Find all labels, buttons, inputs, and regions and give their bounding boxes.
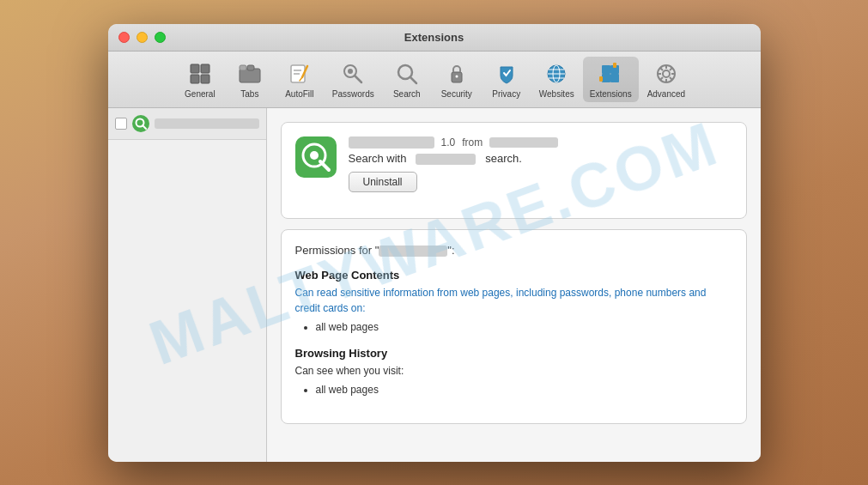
web-page-contents-item: all web pages: [316, 321, 732, 333]
sidebar-header: [108, 108, 266, 140]
browsing-history-item: all web pages: [316, 384, 732, 396]
toolbar-item-tabs[interactable]: Tabs: [226, 57, 274, 102]
svg-rect-1: [201, 64, 209, 73]
svg-rect-29: [599, 76, 603, 82]
title-bar: Extensions: [108, 24, 761, 52]
maximize-button[interactable]: [155, 32, 166, 43]
websites-icon: [543, 60, 570, 88]
svg-point-44: [310, 151, 319, 160]
svg-line-16: [410, 77, 416, 83]
passwords-icon: [339, 60, 367, 88]
permissions-title: Permissions for "":: [295, 244, 732, 257]
web-page-contents-desc: Can read sensitive information from web …: [295, 285, 732, 316]
extension-search-name-blur: [416, 154, 476, 165]
search-icon: [393, 60, 421, 88]
tabs-label: Tabs: [240, 89, 258, 99]
svg-line-36: [660, 68, 663, 70]
toolbar-item-advanced[interactable]: Advanced: [640, 57, 692, 102]
svg-point-18: [455, 75, 458, 77]
web-page-desc-text: Can read sensitive information from web …: [295, 287, 707, 314]
web-page-contents-list: all web pages: [295, 321, 732, 333]
extension-info: 1.0 from Search with search. Uninstall: [349, 136, 732, 192]
permissions-prefix: Permissions for ": [295, 244, 379, 257]
sidebar-checkbox[interactable]: [115, 118, 127, 130]
window-title: Extensions: [404, 31, 464, 44]
traffic-lights: [118, 32, 166, 43]
permissions-name-blur: [379, 246, 447, 257]
svg-rect-26: [602, 74, 610, 82]
permissions-card: Permissions for "": Web Page Contents Ca…: [281, 229, 747, 424]
extension-version: 1.0: [441, 136, 456, 149]
autofill-icon: [286, 60, 313, 88]
general-icon: [186, 60, 214, 88]
svg-line-43: [320, 161, 329, 170]
extension-name-blur: [349, 136, 434, 149]
tabs-icon: [236, 60, 264, 88]
svg-rect-0: [191, 64, 199, 73]
svg-line-39: [660, 77, 663, 80]
extensions-label: Extensions: [590, 89, 632, 99]
toolbar-item-security[interactable]: Security: [433, 57, 481, 102]
browsing-history-list: all web pages: [295, 384, 732, 396]
extension-card: 1.0 from Search with search. Uninstall: [281, 122, 747, 219]
sidebar-extension-icon: [132, 115, 149, 132]
sidebar-list: [108, 140, 266, 462]
svg-rect-3: [201, 75, 209, 83]
search-label: Search: [393, 89, 421, 99]
toolbar-item-search[interactable]: Search: [383, 57, 431, 102]
toolbar: General Tabs A: [108, 52, 761, 108]
minimize-button[interactable]: [137, 32, 148, 43]
svg-rect-2: [191, 75, 199, 83]
permissions-suffix: ":: [447, 244, 454, 257]
toolbar-item-general[interactable]: General: [176, 57, 224, 102]
svg-point-14: [348, 69, 353, 74]
general-label: General: [185, 89, 215, 99]
security-label: Security: [441, 89, 472, 99]
browsing-history-desc-text: Can see when you visit:: [295, 365, 404, 377]
search-text: Search with: [349, 152, 407, 165]
web-page-contents-section: Web Page Contents Can read sensitive inf…: [295, 269, 732, 333]
svg-rect-6: [247, 65, 254, 70]
app-window: Extensions General Ta: [108, 24, 761, 462]
svg-point-31: [663, 70, 670, 77]
svg-rect-5: [240, 65, 246, 70]
right-panel: 1.0 from Search with search. Uninstall: [267, 108, 761, 462]
browsing-history-desc: Can see when you visit:: [295, 363, 732, 379]
svg-line-38: [670, 68, 672, 70]
close-button[interactable]: [118, 32, 130, 43]
svg-rect-27: [610, 74, 619, 82]
extension-app-icon: [295, 136, 337, 178]
svg-rect-24: [602, 65, 610, 74]
toolbar-item-privacy[interactable]: Privacy: [483, 57, 531, 102]
extension-from: from: [462, 136, 483, 149]
uninstall-button[interactable]: Uninstall: [349, 172, 417, 192]
svg-line-41: [143, 125, 146, 129]
toolbar-item-extensions[interactable]: Extensions: [583, 57, 639, 102]
toolbar-item-websites[interactable]: Websites: [532, 57, 581, 102]
toolbar-item-autofill[interactable]: AutoFill: [276, 57, 324, 102]
autofill-label: AutoFill: [285, 89, 313, 99]
sidebar-item-name-blur: [155, 118, 259, 129]
extension-from-blur: [489, 137, 558, 148]
browsing-history-title: Browsing History: [295, 347, 732, 360]
privacy-label: Privacy: [492, 89, 520, 99]
advanced-label: Advanced: [647, 89, 685, 99]
sidebar: [108, 108, 267, 462]
web-page-contents-title: Web Page Contents: [295, 269, 732, 282]
websites-label: Websites: [539, 89, 574, 99]
toolbar-item-passwords[interactable]: Passwords: [325, 57, 381, 102]
svg-rect-28: [613, 63, 616, 68]
advanced-icon: [653, 60, 680, 88]
svg-line-37: [670, 77, 672, 80]
browsing-history-section: Browsing History Can see when you visit:…: [295, 347, 732, 396]
svg-line-13: [355, 76, 361, 82]
extensions-icon: [597, 60, 624, 88]
search-suffix: search.: [485, 152, 522, 165]
privacy-icon: [493, 60, 520, 88]
extension-header: 1.0 from Search with search. Uninstall: [295, 136, 732, 192]
extension-description: Search with search.: [349, 152, 732, 165]
security-icon: [443, 60, 470, 88]
main-content: 1.0 from Search with search. Uninstall: [108, 108, 761, 462]
passwords-label: Passwords: [332, 89, 374, 99]
extension-name-row: 1.0 from: [349, 136, 732, 149]
